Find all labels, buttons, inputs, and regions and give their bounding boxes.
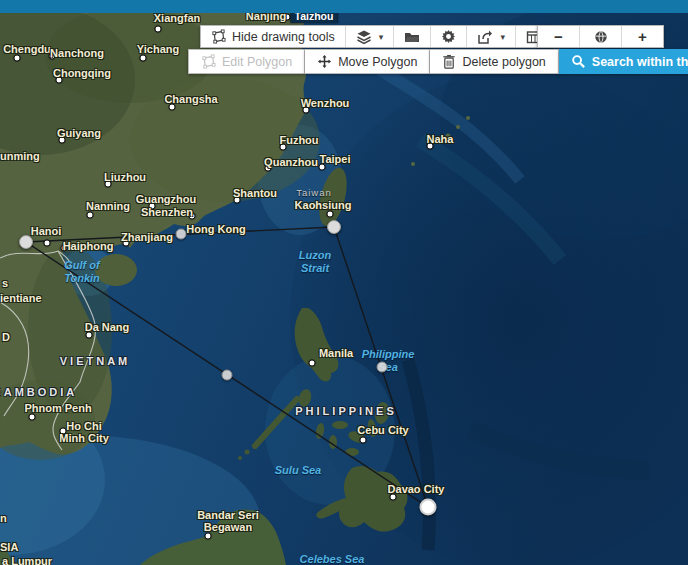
country-label: CAMBODIA bbox=[0, 386, 77, 398]
sea-label: Sulu Sea bbox=[275, 464, 321, 477]
polygon-draw-icon bbox=[211, 29, 226, 44]
city-dot bbox=[87, 212, 94, 219]
map-fragment-label: unming bbox=[0, 150, 40, 162]
polygon-vertex-handle[interactable] bbox=[327, 220, 341, 234]
chevron-down-icon: ▾ bbox=[379, 32, 384, 42]
region-label: Taiwan bbox=[296, 187, 332, 198]
share-export-icon bbox=[477, 29, 493, 45]
city-label: Chengdu bbox=[3, 43, 51, 55]
chevron-down-icon: ▾ bbox=[500, 32, 505, 42]
city-label: Phnom Penh bbox=[24, 402, 91, 414]
map-fragment-label: s bbox=[2, 277, 8, 289]
city-label: Hanoi bbox=[31, 225, 62, 237]
city-dot bbox=[309, 360, 316, 367]
city-dot bbox=[155, 26, 162, 33]
city-label: Da Nang bbox=[85, 321, 130, 333]
city-label: Wenzhou bbox=[301, 97, 350, 109]
city-dot bbox=[44, 240, 51, 247]
edit-polygon-label: Edit Polygon bbox=[222, 55, 292, 69]
city-label: Guiyang bbox=[57, 127, 101, 139]
city-label: Quanzhou bbox=[264, 156, 318, 168]
country-label: VIETNAM bbox=[60, 355, 131, 367]
city-label: Fuzhou bbox=[279, 134, 318, 146]
delete-polygon-label: Delete polygon bbox=[462, 55, 545, 69]
polygon-toolbar: Edit Polygon Move Polygon Delete polygon… bbox=[188, 49, 688, 74]
settings-gear-icon bbox=[441, 29, 456, 44]
city-dot bbox=[360, 437, 367, 444]
city-label: Yichang bbox=[137, 43, 179, 55]
city-label: Taipei bbox=[320, 153, 351, 165]
search-within-area-label: Search within this area bbox=[592, 55, 688, 69]
city-dot bbox=[140, 55, 147, 62]
city-label: Xiangfan bbox=[154, 12, 200, 24]
map-fragment-label: SIA bbox=[0, 541, 18, 553]
polygon-midpoint-handle[interactable] bbox=[176, 229, 187, 240]
world-view-button[interactable] bbox=[580, 26, 622, 47]
city-dot bbox=[29, 414, 36, 421]
city-label: Zhanjiang bbox=[121, 231, 173, 243]
city-dot bbox=[205, 533, 212, 540]
country-label: PHILIPPINES bbox=[295, 405, 396, 417]
zoom-out-button[interactable]: − bbox=[538, 26, 580, 47]
move-icon bbox=[317, 54, 332, 69]
drawing-toolbar: Hide drawing tools ▾ ▾ bbox=[200, 25, 553, 48]
city-label: Liuzhou bbox=[104, 171, 146, 183]
city-label: Haiphong bbox=[63, 240, 114, 252]
sea-label: Celebes Sea bbox=[300, 553, 365, 565]
map-fragment-label: a Lumpur bbox=[2, 555, 52, 565]
share-export-button[interactable]: ▾ bbox=[467, 26, 516, 47]
edit-polygon-button[interactable]: Edit Polygon bbox=[188, 49, 305, 74]
city-label: Bandar Seri Begawan bbox=[197, 509, 259, 533]
zoom-in-button[interactable]: + bbox=[622, 26, 663, 47]
city-dot bbox=[327, 211, 334, 218]
sea-label: Philippine Sea bbox=[362, 348, 415, 374]
globe-icon bbox=[594, 30, 608, 44]
map-fragment-label: D bbox=[2, 331, 10, 343]
city-label: Shenzhen bbox=[141, 206, 193, 218]
layers-icon bbox=[356, 29, 372, 45]
city-label: Ho Chi Minh City bbox=[59, 420, 109, 444]
settings-button[interactable] bbox=[431, 26, 467, 47]
layers-button[interactable]: ▾ bbox=[346, 26, 395, 47]
delete-polygon-button[interactable]: Delete polygon bbox=[430, 49, 558, 74]
top-bar bbox=[0, 0, 688, 13]
move-polygon-button[interactable]: Move Polygon bbox=[305, 49, 430, 74]
city-label: Nanning bbox=[86, 200, 130, 212]
city-label: Chongqing bbox=[53, 67, 111, 79]
map-labels-layer: XiangfanChengduNanchongYichangChongqingC… bbox=[0, 0, 688, 565]
zoom-controls: − + bbox=[537, 25, 664, 48]
city-label: Changsha bbox=[164, 93, 217, 105]
city-dot bbox=[14, 55, 21, 62]
hide-drawing-tools-button[interactable]: Hide drawing tools bbox=[201, 26, 346, 47]
folder-open-icon bbox=[404, 29, 420, 45]
city-label: Naha bbox=[427, 133, 454, 145]
city-label: Guangzhou bbox=[136, 193, 197, 205]
map-screen: XiangfanChengduNanchongYichangChongqingC… bbox=[0, 0, 688, 565]
polygon-vertex-handle[interactable] bbox=[19, 235, 33, 249]
polygon-edit-icon bbox=[201, 54, 216, 69]
city-label: Manila bbox=[319, 347, 353, 359]
polygon-midpoint-handle[interactable] bbox=[377, 362, 388, 373]
polygon-midpoint-handle[interactable] bbox=[222, 370, 233, 381]
polygon-vertex-handle[interactable] bbox=[420, 499, 437, 516]
map-fragment-label: n bbox=[0, 512, 7, 524]
city-label: Cebu City bbox=[357, 424, 408, 436]
city-label: Shantou bbox=[233, 187, 277, 199]
city-label: Nanchong bbox=[50, 47, 104, 59]
open-folder-button[interactable] bbox=[394, 26, 431, 47]
trash-icon bbox=[442, 54, 456, 69]
city-label: Kaohsiung bbox=[295, 199, 352, 211]
move-polygon-label: Move Polygon bbox=[338, 55, 417, 69]
city-label: Davao City bbox=[388, 483, 445, 495]
hide-drawing-tools-label: Hide drawing tools bbox=[232, 30, 335, 44]
sea-label: Gulf of Tonkin bbox=[64, 259, 100, 285]
map-fragment-label: ientiane bbox=[0, 292, 42, 304]
search-within-area-button[interactable]: Search within this area bbox=[559, 49, 688, 74]
search-icon bbox=[571, 54, 586, 69]
city-label: Hong Kong bbox=[186, 223, 245, 235]
sea-label: Luzon Strait bbox=[299, 249, 331, 275]
